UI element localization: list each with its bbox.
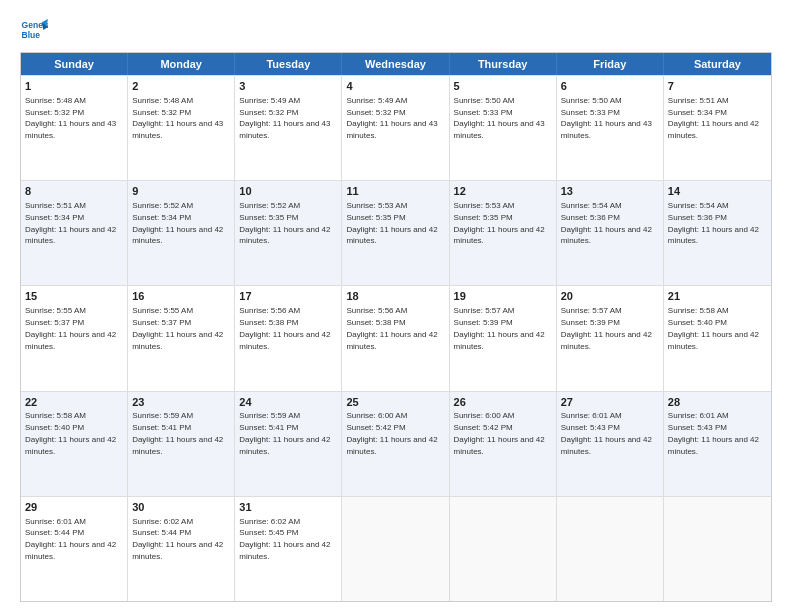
daylight-text: Daylight: 11 hours and 42 minutes. (25, 225, 116, 246)
daylight-text: Daylight: 11 hours and 42 minutes. (346, 435, 437, 456)
day-number: 18 (346, 289, 444, 304)
daylight-text: Daylight: 11 hours and 43 minutes. (25, 119, 116, 140)
sunset-text: Sunset: 5:32 PM (239, 108, 298, 117)
calendar-cell: 10 Sunrise: 5:52 AM Sunset: 5:35 PM Dayl… (235, 181, 342, 285)
calendar-cell: 1 Sunrise: 5:48 AM Sunset: 5:32 PM Dayli… (21, 76, 128, 180)
sunrise-text: Sunrise: 5:56 AM (346, 306, 407, 315)
day-number: 24 (239, 395, 337, 410)
calendar-row: 29 Sunrise: 6:01 AM Sunset: 5:44 PM Dayl… (21, 496, 771, 601)
sunrise-text: Sunrise: 5:53 AM (454, 201, 515, 210)
sunset-text: Sunset: 5:45 PM (239, 528, 298, 537)
sunset-text: Sunset: 5:41 PM (132, 423, 191, 432)
daylight-text: Daylight: 11 hours and 42 minutes. (132, 225, 223, 246)
daylight-text: Daylight: 11 hours and 42 minutes. (561, 225, 652, 246)
calendar-cell: 22 Sunrise: 5:58 AM Sunset: 5:40 PM Dayl… (21, 392, 128, 496)
daylight-text: Daylight: 11 hours and 42 minutes. (668, 435, 759, 456)
sunrise-text: Sunrise: 6:00 AM (454, 411, 515, 420)
calendar-cell: 23 Sunrise: 5:59 AM Sunset: 5:41 PM Dayl… (128, 392, 235, 496)
sunset-text: Sunset: 5:44 PM (25, 528, 84, 537)
header-day: Tuesday (235, 53, 342, 75)
sunset-text: Sunset: 5:37 PM (25, 318, 84, 327)
sunrise-text: Sunrise: 5:49 AM (346, 96, 407, 105)
daylight-text: Daylight: 11 hours and 43 minutes. (561, 119, 652, 140)
header-day: Sunday (21, 53, 128, 75)
header-day: Wednesday (342, 53, 449, 75)
daylight-text: Daylight: 11 hours and 42 minutes. (239, 330, 330, 351)
daylight-text: Daylight: 11 hours and 42 minutes. (346, 225, 437, 246)
calendar-cell: 2 Sunrise: 5:48 AM Sunset: 5:32 PM Dayli… (128, 76, 235, 180)
calendar-cell: 8 Sunrise: 5:51 AM Sunset: 5:34 PM Dayli… (21, 181, 128, 285)
sunrise-text: Sunrise: 5:51 AM (25, 201, 86, 210)
day-number: 15 (25, 289, 123, 304)
calendar-cell: 21 Sunrise: 5:58 AM Sunset: 5:40 PM Dayl… (664, 286, 771, 390)
calendar-header: SundayMondayTuesdayWednesdayThursdayFrid… (21, 53, 771, 75)
day-number: 9 (132, 184, 230, 199)
sunset-text: Sunset: 5:42 PM (454, 423, 513, 432)
day-number: 25 (346, 395, 444, 410)
calendar-cell: 5 Sunrise: 5:50 AM Sunset: 5:33 PM Dayli… (450, 76, 557, 180)
calendar-cell: 28 Sunrise: 6:01 AM Sunset: 5:43 PM Dayl… (664, 392, 771, 496)
calendar-row: 1 Sunrise: 5:48 AM Sunset: 5:32 PM Dayli… (21, 75, 771, 180)
sunset-text: Sunset: 5:39 PM (561, 318, 620, 327)
sunset-text: Sunset: 5:32 PM (25, 108, 84, 117)
sunrise-text: Sunrise: 5:50 AM (561, 96, 622, 105)
daylight-text: Daylight: 11 hours and 42 minutes. (25, 330, 116, 351)
sunset-text: Sunset: 5:32 PM (346, 108, 405, 117)
sunrise-text: Sunrise: 5:52 AM (132, 201, 193, 210)
sunrise-text: Sunrise: 5:49 AM (239, 96, 300, 105)
calendar-cell: 25 Sunrise: 6:00 AM Sunset: 5:42 PM Dayl… (342, 392, 449, 496)
calendar-cell: 16 Sunrise: 5:55 AM Sunset: 5:37 PM Dayl… (128, 286, 235, 390)
day-number: 17 (239, 289, 337, 304)
calendar-cell: 6 Sunrise: 5:50 AM Sunset: 5:33 PM Dayli… (557, 76, 664, 180)
sunrise-text: Sunrise: 5:48 AM (25, 96, 86, 105)
calendar-cell: 11 Sunrise: 5:53 AM Sunset: 5:35 PM Dayl… (342, 181, 449, 285)
calendar-cell: 4 Sunrise: 5:49 AM Sunset: 5:32 PM Dayli… (342, 76, 449, 180)
sunset-text: Sunset: 5:43 PM (668, 423, 727, 432)
calendar-cell: 9 Sunrise: 5:52 AM Sunset: 5:34 PM Dayli… (128, 181, 235, 285)
calendar-cell (557, 497, 664, 601)
header-day: Saturday (664, 53, 771, 75)
daylight-text: Daylight: 11 hours and 42 minutes. (132, 330, 223, 351)
day-number: 16 (132, 289, 230, 304)
sunset-text: Sunset: 5:38 PM (239, 318, 298, 327)
daylight-text: Daylight: 11 hours and 42 minutes. (346, 330, 437, 351)
sunrise-text: Sunrise: 5:50 AM (454, 96, 515, 105)
calendar-cell: 7 Sunrise: 5:51 AM Sunset: 5:34 PM Dayli… (664, 76, 771, 180)
day-number: 4 (346, 79, 444, 94)
sunset-text: Sunset: 5:34 PM (132, 213, 191, 222)
day-number: 20 (561, 289, 659, 304)
day-number: 10 (239, 184, 337, 199)
sunrise-text: Sunrise: 6:01 AM (668, 411, 729, 420)
daylight-text: Daylight: 11 hours and 42 minutes. (561, 435, 652, 456)
day-number: 6 (561, 79, 659, 94)
sunset-text: Sunset: 5:40 PM (668, 318, 727, 327)
sunset-text: Sunset: 5:44 PM (132, 528, 191, 537)
day-number: 27 (561, 395, 659, 410)
sunrise-text: Sunrise: 6:00 AM (346, 411, 407, 420)
sunset-text: Sunset: 5:34 PM (25, 213, 84, 222)
sunset-text: Sunset: 5:39 PM (454, 318, 513, 327)
day-number: 29 (25, 500, 123, 515)
daylight-text: Daylight: 11 hours and 43 minutes. (454, 119, 545, 140)
daylight-text: Daylight: 11 hours and 42 minutes. (454, 225, 545, 246)
daylight-text: Daylight: 11 hours and 42 minutes. (239, 435, 330, 456)
sunrise-text: Sunrise: 5:55 AM (25, 306, 86, 315)
day-number: 23 (132, 395, 230, 410)
sunset-text: Sunset: 5:33 PM (561, 108, 620, 117)
sunrise-text: Sunrise: 5:55 AM (132, 306, 193, 315)
sunset-text: Sunset: 5:33 PM (454, 108, 513, 117)
daylight-text: Daylight: 11 hours and 42 minutes. (25, 540, 116, 561)
sunset-text: Sunset: 5:41 PM (239, 423, 298, 432)
calendar-cell: 20 Sunrise: 5:57 AM Sunset: 5:39 PM Dayl… (557, 286, 664, 390)
day-number: 11 (346, 184, 444, 199)
calendar-cell: 19 Sunrise: 5:57 AM Sunset: 5:39 PM Dayl… (450, 286, 557, 390)
calendar-cell: 13 Sunrise: 5:54 AM Sunset: 5:36 PM Dayl… (557, 181, 664, 285)
header: General Blue (20, 16, 772, 44)
calendar-cell: 29 Sunrise: 6:01 AM Sunset: 5:44 PM Dayl… (21, 497, 128, 601)
day-number: 8 (25, 184, 123, 199)
calendar-cell: 17 Sunrise: 5:56 AM Sunset: 5:38 PM Dayl… (235, 286, 342, 390)
sunrise-text: Sunrise: 6:01 AM (25, 517, 86, 526)
sunrise-text: Sunrise: 5:52 AM (239, 201, 300, 210)
sunrise-text: Sunrise: 5:58 AM (668, 306, 729, 315)
day-number: 1 (25, 79, 123, 94)
